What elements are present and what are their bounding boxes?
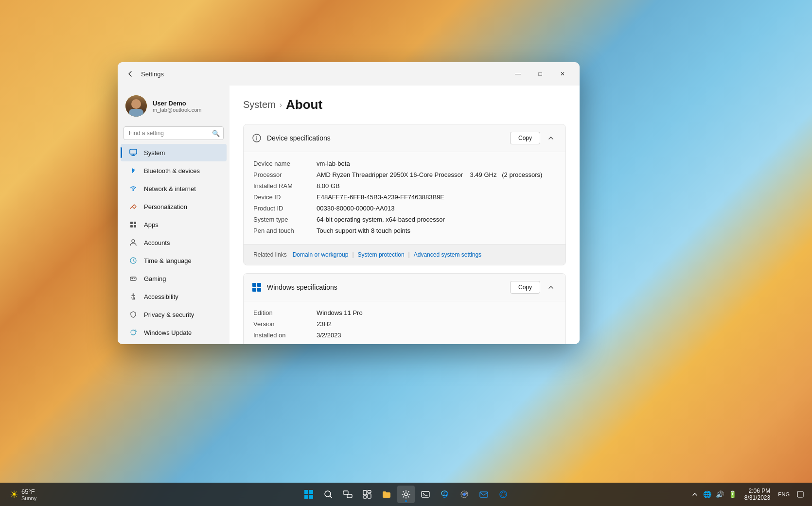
sidebar-item-network[interactable]: Network & internet — [121, 180, 227, 197]
weather-temp: 65°F — [21, 488, 36, 495]
sidebar-item-privacy-label: Privacy & security — [144, 311, 194, 318]
svg-point-11 — [256, 136, 257, 137]
device-specs-copy-button[interactable]: Copy — [510, 132, 540, 144]
breadcrumb-parent[interactable]: System — [243, 99, 276, 110]
title-bar: Settings — □ ✕ — [118, 62, 580, 86]
device-specs-collapse-button[interactable] — [544, 131, 558, 145]
system-tray-icons: 🌐 🔊 🔋 — [689, 489, 739, 500]
table-row: Processor AMD Ryzen Threadripper 2950X 1… — [253, 169, 556, 180]
svg-point-5 — [132, 240, 135, 243]
search-input[interactable] — [124, 126, 224, 140]
sidebar-item-bluetooth-label: Bluetooth & devices — [144, 167, 200, 174]
spec-label: Processor — [253, 171, 317, 178]
spec-value: 22631.2262 — [317, 343, 556, 344]
chevron-up-icon[interactable] — [689, 489, 701, 500]
sidebar-item-personalization[interactable]: Personalization — [121, 198, 227, 215]
advanced-system-settings-link[interactable]: Advanced system settings — [412, 250, 483, 259]
maximize-button[interactable]: □ — [529, 66, 551, 82]
start-button[interactable] — [300, 486, 318, 503]
avatar-face — [131, 99, 141, 109]
domain-workgroup-link[interactable]: Domain or workgroup — [291, 250, 351, 259]
svg-rect-20 — [368, 490, 371, 493]
system-protection-link[interactable]: System protection — [356, 250, 406, 259]
table-row: Installed on 3/2/2023 — [253, 330, 556, 341]
sidebar-item-privacy[interactable]: Privacy & security — [121, 306, 227, 323]
accounts-icon — [128, 238, 138, 247]
privacy-icon — [128, 310, 138, 319]
sidebar-item-apps[interactable]: Apps — [121, 216, 227, 233]
svg-rect-14 — [304, 495, 308, 499]
language-indicator[interactable]: ENG — [776, 486, 792, 503]
windows-specs-copy-button[interactable]: Copy — [510, 281, 540, 294]
sidebar-item-accessibility[interactable]: Accessibility — [121, 288, 227, 305]
battery-icon[interactable]: 🔋 — [727, 489, 739, 500]
svg-rect-13 — [309, 490, 313, 494]
breadcrumb: System › About — [243, 97, 566, 112]
taskbar-right: 🌐 🔊 🔋 2:06 PM 8/31/2023 ENG — [689, 486, 806, 503]
main-content: System › About Device s — [229, 86, 580, 344]
system-icon — [128, 148, 138, 157]
cortana-button[interactable] — [494, 486, 512, 503]
svg-rect-3 — [130, 225, 133, 227]
taskbar-settings-button[interactable] — [397, 486, 415, 503]
sidebar-item-update[interactable]: Windows Update — [121, 324, 227, 341]
spec-value: 23H2 — [317, 320, 556, 328]
accessibility-icon — [128, 292, 138, 301]
windows-specs-header: Windows specifications Copy — [244, 274, 565, 301]
close-button[interactable]: ✕ — [551, 66, 574, 82]
svg-rect-0 — [130, 149, 137, 154]
svg-rect-21 — [363, 496, 367, 498]
notification-button[interactable] — [794, 489, 806, 500]
windows-specs-collapse-button[interactable] — [544, 280, 558, 294]
windows-specs-body: Edition Windows 11 Pro Version 23H2 Inst… — [244, 301, 565, 344]
minimize-button[interactable]: — — [507, 66, 529, 82]
avatar-image — [125, 95, 147, 117]
spec-value: E48AFF7E-6FF8-45B3-A239-FF7463883B9E — [317, 193, 556, 201]
taskbar-clock[interactable]: 2:06 PM 8/31/2023 — [741, 486, 773, 503]
breadcrumb-current: About — [286, 97, 322, 112]
network-status-icon[interactable]: 🌐 — [702, 489, 713, 500]
widgets-button[interactable] — [358, 486, 376, 503]
mail-button[interactable] — [475, 486, 493, 503]
spec-value: Touch support with 8 touch points — [317, 227, 556, 234]
edge-button[interactable] — [436, 486, 454, 503]
nav-buttons — [124, 67, 137, 81]
table-row: Product ID 00330-80000-00000-AA013 — [253, 203, 556, 214]
sidebar-item-system-label: System — [144, 149, 165, 157]
taskbar: ☀ 65°F Sunny — [0, 483, 812, 506]
weather-widget[interactable]: ☀ 65°F Sunny — [6, 486, 40, 503]
svg-point-23 — [405, 493, 407, 496]
window-body: User Demo m_lab@outlook.com 🔍 System — [118, 86, 580, 344]
sidebar-item-time[interactable]: Time & language — [121, 252, 227, 269]
svg-point-8 — [134, 278, 135, 279]
title-bar-left: Settings — [124, 67, 164, 81]
info-icon — [251, 133, 262, 143]
table-row: Device name vm-lab-beta — [253, 158, 556, 169]
svg-rect-17 — [343, 491, 348, 494]
chrome-button[interactable] — [456, 486, 473, 503]
sidebar-item-gaming[interactable]: Gaming — [121, 270, 227, 287]
taskbar-search-button[interactable] — [319, 486, 337, 503]
sidebar-item-update-label: Windows Update — [144, 329, 192, 336]
sidebar-item-bluetooth[interactable]: Bluetooth & devices — [121, 162, 227, 179]
back-button[interactable] — [124, 67, 137, 81]
breadcrumb-separator: › — [280, 101, 282, 109]
sidebar-item-system[interactable]: System — [121, 144, 227, 161]
spec-label: Device name — [253, 160, 317, 167]
svg-rect-30 — [797, 491, 803, 497]
search-box: 🔍 — [124, 126, 224, 140]
user-profile[interactable]: User Demo m_lab@outlook.com — [118, 89, 229, 124]
spec-label: Installed on — [253, 332, 317, 339]
sidebar-item-accounts-label: Accounts — [144, 239, 170, 246]
sidebar-item-accounts[interactable]: Accounts — [121, 234, 227, 251]
task-view-button[interactable] — [339, 486, 356, 503]
file-explorer-button[interactable] — [378, 486, 395, 503]
spec-label: Pen and touch — [253, 227, 317, 234]
volume-icon[interactable]: 🔊 — [714, 489, 726, 500]
update-icon — [128, 328, 138, 337]
terminal-button[interactable] — [417, 486, 434, 503]
spec-value: Windows 11 Pro — [317, 309, 556, 316]
svg-rect-15 — [309, 495, 313, 499]
svg-rect-27 — [480, 492, 488, 497]
windows-specs-header-right: Copy — [510, 280, 558, 294]
